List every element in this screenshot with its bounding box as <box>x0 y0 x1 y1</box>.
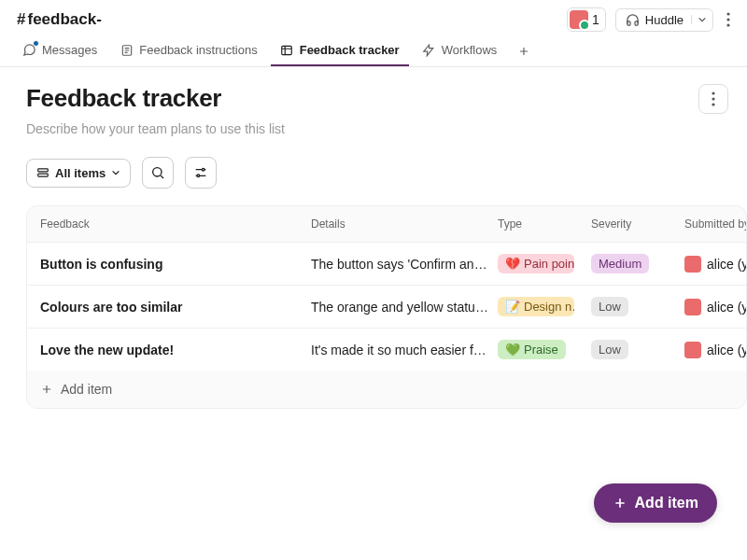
headphones-icon <box>626 13 640 27</box>
tab-messages-label: Messages <box>42 43 97 57</box>
cell-details: The orange and yellow status … <box>311 300 498 315</box>
table-header: Feedback Details Type Severity Submitted… <box>27 206 746 242</box>
svg-point-6 <box>712 97 714 100</box>
cell-severity: Low <box>591 297 684 316</box>
svg-rect-8 <box>38 169 49 172</box>
tab-workflows-label: Workflows <box>442 43 498 57</box>
user-name: alice (you <box>707 257 747 272</box>
col-details[interactable]: Details <box>311 217 498 231</box>
header-actions: 1 Huddle <box>567 7 734 32</box>
list-toolbar: All items <box>26 157 747 189</box>
table-row[interactable]: Love the new update!It's made it so much… <box>27 328 746 371</box>
filter-button[interactable] <box>185 157 217 189</box>
tab-workflows[interactable]: Workflows <box>413 35 507 66</box>
type-tag[interactable]: 📝Design n… <box>498 297 574 316</box>
bolt-icon <box>422 43 436 57</box>
severity-tag[interactable]: Low <box>591 340 628 359</box>
search-button[interactable] <box>142 157 174 189</box>
user-name: alice (you <box>707 343 747 357</box>
svg-point-1 <box>726 18 729 21</box>
avatar-icon <box>570 10 588 29</box>
cell-submitted-by: alice (you <box>684 256 747 273</box>
col-feedback[interactable]: Feedback <box>40 217 311 231</box>
channel-header: # feedback- 1 Huddle <box>0 0 747 35</box>
hash-icon: # <box>17 10 25 29</box>
cell-feedback: Love the new update! <box>40 343 311 357</box>
list-more-button[interactable] <box>698 84 728 114</box>
cell-type: 📝Design n… <box>498 297 591 316</box>
chevron-down-icon <box>111 168 120 177</box>
cell-details: It's made it so much easier for m… <box>311 343 498 357</box>
add-item-row[interactable]: Add item <box>27 371 746 408</box>
channel-title-text: feedback- <box>27 10 101 29</box>
channel-name[interactable]: # feedback- <box>17 10 102 29</box>
channel-tabs: Messages Feedback instructions Feedback … <box>0 35 747 67</box>
svg-rect-9 <box>38 174 49 176</box>
avatar-icon <box>684 342 701 358</box>
huddle-label: Huddle <box>645 13 684 27</box>
type-label: Praise <box>524 343 558 357</box>
huddle-caret[interactable] <box>691 15 707 24</box>
plus-icon <box>40 383 53 396</box>
search-icon <box>150 165 165 180</box>
avatar-icon <box>684 256 701 273</box>
canvas-icon <box>120 43 134 57</box>
type-label: Design n… <box>524 300 574 314</box>
view-selector-label: All items <box>55 166 106 180</box>
type-emoji-icon: 💔 <box>505 257 520 271</box>
add-item-fab[interactable]: Add item <box>594 483 717 523</box>
type-tag[interactable]: 💔Pain point <box>498 254 574 273</box>
sliders-icon <box>193 165 208 180</box>
svg-point-0 <box>726 12 729 15</box>
type-emoji-icon: 📝 <box>505 300 520 314</box>
severity-tag[interactable]: Medium <box>591 254 649 273</box>
list-table: Feedback Details Type Severity Submitted… <box>26 205 747 409</box>
cell-feedback: Colours are too similar <box>40 300 311 315</box>
add-tab-button[interactable] <box>510 39 538 63</box>
table-row[interactable]: Button is confusingThe button says 'Conf… <box>27 242 746 285</box>
kebab-icon <box>726 12 730 27</box>
cell-severity: Low <box>591 340 684 359</box>
severity-tag[interactable]: Low <box>591 297 628 316</box>
table-row[interactable]: Colours are too similarThe orange and ye… <box>27 285 746 328</box>
svg-point-7 <box>712 103 714 105</box>
user-name: alice (you <box>707 300 747 315</box>
tab-instructions-label: Feedback instructions <box>139 43 257 57</box>
cell-type: 💔Pain point <box>498 254 591 273</box>
svg-point-2 <box>726 23 729 26</box>
plus-icon <box>613 496 627 511</box>
channel-more-button[interactable] <box>723 8 734 31</box>
tab-instructions[interactable]: Feedback instructions <box>110 35 266 66</box>
kebab-icon <box>712 91 715 106</box>
cell-severity: Medium <box>591 254 684 273</box>
type-tag[interactable]: 💚Praise <box>498 340 566 359</box>
tab-messages[interactable]: Messages <box>13 35 106 66</box>
fab-label: Add item <box>635 495 698 511</box>
col-submitted-by[interactable]: Submitted by <box>684 217 747 231</box>
view-selector-button[interactable]: All items <box>26 159 131 188</box>
huddle-button[interactable]: Huddle <box>615 8 713 32</box>
member-count-button[interactable]: 1 <box>567 7 606 32</box>
cell-type: 💚Praise <box>498 340 591 359</box>
tab-tracker[interactable]: Feedback tracker <box>271 35 409 66</box>
col-type[interactable]: Type <box>498 217 591 231</box>
col-severity[interactable]: Severity <box>591 217 684 231</box>
add-item-label: Add item <box>61 382 112 397</box>
page-subtitle[interactable]: Describe how your team plans to use this… <box>26 121 747 136</box>
layers-icon <box>36 166 49 179</box>
cell-submitted-by: alice (you <box>684 342 747 358</box>
svg-point-12 <box>197 175 200 177</box>
tab-tracker-label: Feedback tracker <box>300 43 400 57</box>
type-emoji-icon: 💚 <box>505 343 520 357</box>
type-label: Pain point <box>524 257 574 271</box>
svg-point-5 <box>712 91 714 94</box>
cell-submitted-by: alice (you <box>684 299 747 315</box>
list-content: Feedback tracker Describe how your team … <box>0 67 747 426</box>
page-title: Feedback tracker <box>26 84 221 113</box>
svg-rect-4 <box>282 46 292 54</box>
chevron-down-icon <box>698 15 707 24</box>
member-count: 1 <box>592 12 599 27</box>
list-icon <box>280 43 294 57</box>
svg-point-10 <box>153 168 162 176</box>
cell-feedback: Button is confusing <box>40 257 311 272</box>
